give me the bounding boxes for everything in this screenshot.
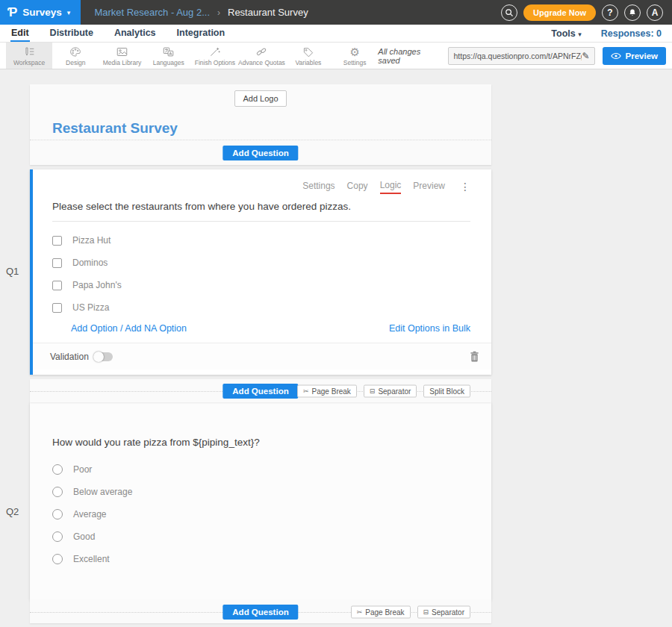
breadcrumb-parent[interactable]: Market Research - Aug 2... <box>94 7 210 18</box>
radio-button[interactable] <box>52 531 63 542</box>
question-number-q2: Q2 <box>6 506 19 517</box>
option-row: Below average <box>52 481 470 503</box>
option-label[interactable]: Excellent <box>73 554 110 564</box>
option-label[interactable]: Pizza Hut <box>72 235 111 246</box>
slash-separator: / <box>120 323 122 334</box>
search-button[interactable] <box>501 4 517 21</box>
radio-button[interactable] <box>52 487 63 497</box>
option-row: Poor <box>52 458 470 481</box>
upgrade-now-button[interactable]: Upgrade Now <box>523 4 596 21</box>
checkbox[interactable] <box>52 236 62 246</box>
question-tab-logic[interactable]: Logic <box>380 180 402 194</box>
toolbar-item-workspace[interactable]: Workspace <box>6 43 52 69</box>
option-label[interactable]: Average <box>73 509 106 520</box>
survey-url-box: ✎ <box>448 47 594 65</box>
page-break-button[interactable]: ✂Page Break <box>351 605 411 618</box>
question-card-q1: Settings Copy Logic Preview ⋮ Please sel… <box>30 169 491 375</box>
radio-button[interactable] <box>52 509 63 520</box>
topbar: Ƥ Surveys ▾ Market Research - Aug 2... ›… <box>0 0 672 25</box>
gear-icon: ⚙ <box>349 46 359 57</box>
edit-url-pencil-icon[interactable]: ✎ <box>582 51 589 61</box>
tools-menu[interactable]: Tools ▾ <box>551 28 581 39</box>
option-links-row: Add Option / Add NA Option Edit Options … <box>52 323 470 334</box>
magic-wand-icon <box>209 46 221 58</box>
separator-button[interactable]: ⊟Separator <box>364 384 417 397</box>
toolbar-item-settings[interactable]: ⚙ Settings <box>332 43 378 69</box>
eye-icon <box>611 52 621 60</box>
answer-options-q1: Pizza Hut Dominos Papa John's US Pizza <box>52 229 470 319</box>
validation-toggle[interactable] <box>95 352 113 361</box>
kebab-menu-icon[interactable]: ⋮ <box>460 181 470 193</box>
add-logo-button[interactable]: Add Logo <box>234 90 286 107</box>
toolbar-item-languages[interactable]: Languages <box>146 43 192 69</box>
option-row: Average <box>52 503 470 525</box>
validation-label: Validation <box>50 352 89 362</box>
option-row: Papa John's <box>52 274 470 296</box>
breadcrumb: Market Research - Aug 2... › Restaurant … <box>94 7 308 18</box>
split-block-button[interactable]: Split Block <box>423 384 470 397</box>
tab-edit[interactable]: Edit <box>10 25 30 42</box>
preview-button[interactable]: Preview <box>603 47 666 65</box>
question-action-tabs: Settings Copy Logic Preview ⋮ <box>52 169 470 193</box>
notifications-button[interactable] <box>624 4 641 21</box>
delete-question-button[interactable] <box>470 351 479 362</box>
tab-distribute[interactable]: Distribute <box>49 25 94 42</box>
radio-button[interactable] <box>52 464 63 475</box>
questionpro-survey-editor: Ƥ Surveys ▾ Market Research - Aug 2... ›… <box>0 0 672 627</box>
survey-title[interactable]: Restaurant Survey <box>52 120 491 137</box>
checkbox[interactable] <box>52 258 62 268</box>
checkbox[interactable] <box>52 303 62 313</box>
responses-count[interactable]: Responses: 0 <box>601 28 662 39</box>
checkbox[interactable] <box>52 281 62 290</box>
option-label[interactable]: Good <box>73 531 95 542</box>
tab-integration[interactable]: Integration <box>176 25 226 42</box>
breadcrumb-separator-icon: › <box>217 7 220 18</box>
option-label[interactable]: Dominos <box>72 258 108 268</box>
survey-url-input[interactable] <box>453 52 582 60</box>
subnav-tabs: Edit Distribute Analytics Integration <box>10 25 225 42</box>
topbar-actions: Upgrade Now ? A <box>501 4 672 21</box>
page-break-icon: ✂ <box>357 608 363 616</box>
toolbar-item-media-library[interactable]: Media Library <box>99 43 145 69</box>
question-card-q2: How would you rate pizza from ${piping_t… <box>30 402 491 600</box>
question-text-q2[interactable]: How would you rate pizza from ${piping_t… <box>52 402 470 448</box>
question-number-q1: Q1 <box>6 266 19 277</box>
save-status: All changes saved <box>378 47 441 65</box>
toolbar-item-advance-quotas[interactable]: Advance Quotas <box>238 43 285 69</box>
add-question-button[interactable]: Add Question <box>223 146 298 160</box>
option-label[interactable]: Below average <box>73 487 132 497</box>
answer-options-q2: Poor Below average Average Good <box>52 458 470 570</box>
trash-icon <box>470 351 479 362</box>
option-label[interactable]: Papa John's <box>72 280 122 290</box>
add-question-button[interactable]: Add Question <box>223 384 298 399</box>
bell-icon <box>628 8 637 17</box>
toolbar-item-finish-options[interactable]: Finish Options <box>192 43 238 69</box>
question-tab-preview[interactable]: Preview <box>413 181 445 193</box>
survey-header-block: Add Logo Restaurant Survey Add Question <box>30 84 491 165</box>
separator-icon: ⊟ <box>423 608 429 616</box>
chain-link-icon <box>255 46 267 58</box>
surveys-product-menu[interactable]: Ƥ Surveys ▾ <box>0 0 81 25</box>
insert-strip-bottom: Add Question ✂Page Break ⊟Separator <box>30 600 491 623</box>
separator-button[interactable]: ⊟Separator <box>417 605 470 618</box>
toolbar-item-design[interactable]: Design <box>52 43 99 69</box>
add-question-button[interactable]: Add Question <box>223 605 298 620</box>
tab-analytics[interactable]: Analytics <box>113 25 157 42</box>
radio-button[interactable] <box>52 554 63 564</box>
help-button[interactable]: ? <box>602 4 618 21</box>
insert-strip-middle: Add Question ✂Page Break ⊟Separator Spli… <box>30 379 491 402</box>
option-label[interactable]: US Pizza <box>72 302 109 313</box>
option-label[interactable]: Poor <box>73 464 92 475</box>
avatar-initial: A <box>652 7 659 18</box>
avatar[interactable]: A <box>647 4 663 21</box>
add-na-option-link[interactable]: Add NA Option <box>125 323 187 334</box>
add-option-link[interactable]: Add Option <box>71 323 118 334</box>
survey-subnav: Edit Distribute Analytics Integration To… <box>0 25 672 43</box>
question-text-q1[interactable]: Please select the restaurants from where… <box>52 201 470 222</box>
question-tab-copy[interactable]: Copy <box>347 181 368 193</box>
toolbar-right: All changes saved ✎ Preview <box>378 43 672 69</box>
page-break-button[interactable]: ✂Page Break <box>297 384 357 397</box>
question-tab-settings[interactable]: Settings <box>302 181 335 193</box>
toolbar-item-variables[interactable]: Variables <box>285 43 332 69</box>
edit-options-in-bulk-link[interactable]: Edit Options in Bulk <box>389 323 470 334</box>
